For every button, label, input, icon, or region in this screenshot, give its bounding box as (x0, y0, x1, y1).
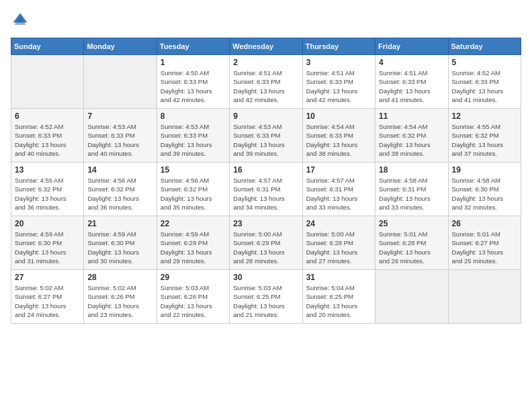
day-cell: 18Sunrise: 4:58 AM Sunset: 6:31 PM Dayli… (375, 163, 448, 216)
header-cell-sunday: Sunday (11, 38, 84, 55)
day-detail: Sunrise: 4:54 AM Sunset: 6:32 PM Dayligh… (379, 122, 444, 158)
day-cell: 13Sunrise: 4:55 AM Sunset: 6:32 PM Dayli… (11, 163, 84, 216)
day-detail: Sunrise: 4:52 AM Sunset: 6:33 PM Dayligh… (452, 68, 517, 104)
calendar-table: SundayMondayTuesdayWednesdayThursdayFrid… (11, 38, 521, 324)
day-detail: Sunrise: 4:55 AM Sunset: 6:32 PM Dayligh… (452, 122, 517, 158)
day-detail: Sunrise: 4:53 AM Sunset: 6:33 PM Dayligh… (233, 122, 298, 158)
day-cell: 24Sunrise: 5:00 AM Sunset: 6:28 PM Dayli… (302, 216, 375, 270)
day-detail: Sunrise: 4:51 AM Sunset: 6:33 PM Dayligh… (233, 68, 298, 104)
day-cell: 27Sunrise: 5:02 AM Sunset: 6:27 PM Dayli… (11, 270, 84, 324)
day-number: 18 (379, 165, 444, 175)
day-number: 2 (233, 58, 298, 67)
day-number: 26 (452, 219, 517, 228)
day-number: 20 (15, 219, 80, 228)
header-cell-friday: Friday (375, 38, 448, 55)
header-row: SundayMondayTuesdayWednesdayThursdayFrid… (11, 38, 521, 55)
day-number: 29 (161, 273, 226, 282)
day-cell: 5Sunrise: 4:52 AM Sunset: 6:33 PM Daylig… (448, 55, 521, 109)
day-cell: 19Sunrise: 4:58 AM Sunset: 6:30 PM Dayli… (448, 163, 521, 216)
day-number: 9 (233, 111, 298, 121)
day-cell: 29Sunrise: 5:03 AM Sunset: 6:26 PM Dayli… (157, 270, 229, 324)
day-number: 1 (161, 58, 226, 67)
day-cell (375, 270, 448, 324)
day-number: 12 (452, 111, 517, 121)
day-cell: 30Sunrise: 5:03 AM Sunset: 6:25 PM Dayli… (230, 270, 302, 324)
day-number: 27 (15, 273, 80, 282)
day-detail: Sunrise: 4:53 AM Sunset: 6:33 PM Dayligh… (161, 122, 226, 158)
day-detail: Sunrise: 5:01 AM Sunset: 6:28 PM Dayligh… (379, 230, 444, 265)
day-number: 8 (161, 111, 226, 121)
day-detail: Sunrise: 4:57 AM Sunset: 6:31 PM Dayligh… (233, 176, 298, 212)
day-cell (448, 270, 521, 324)
day-detail: Sunrise: 4:51 AM Sunset: 6:33 PM Dayligh… (306, 68, 371, 104)
day-detail: Sunrise: 4:51 AM Sunset: 6:33 PM Dayligh… (379, 68, 444, 104)
day-number: 10 (306, 111, 371, 121)
header-cell-tuesday: Tuesday (157, 38, 229, 55)
day-cell: 17Sunrise: 4:57 AM Sunset: 6:31 PM Dayli… (302, 163, 375, 216)
day-detail: Sunrise: 4:54 AM Sunset: 6:33 PM Dayligh… (306, 122, 371, 158)
day-number: 14 (87, 165, 152, 175)
day-number: 28 (87, 273, 152, 282)
day-number: 6 (15, 111, 80, 121)
day-number: 11 (379, 111, 444, 121)
day-number: 25 (379, 219, 444, 228)
day-cell (11, 55, 84, 109)
logo (11, 11, 32, 30)
day-detail: Sunrise: 4:56 AM Sunset: 6:32 PM Dayligh… (161, 176, 226, 212)
day-detail: Sunrise: 4:58 AM Sunset: 6:30 PM Dayligh… (452, 176, 517, 212)
day-number: 19 (452, 165, 517, 175)
day-cell: 9Sunrise: 4:53 AM Sunset: 6:33 PM Daylig… (230, 109, 302, 163)
day-number: 4 (379, 58, 444, 67)
day-number: 3 (306, 58, 371, 67)
day-number: 7 (87, 111, 152, 121)
day-detail: Sunrise: 5:03 AM Sunset: 6:26 PM Dayligh… (161, 283, 226, 319)
day-number: 17 (306, 165, 371, 175)
day-cell: 4Sunrise: 4:51 AM Sunset: 6:33 PM Daylig… (375, 55, 448, 109)
day-cell: 16Sunrise: 4:57 AM Sunset: 6:31 PM Dayli… (230, 163, 302, 216)
day-detail: Sunrise: 5:00 AM Sunset: 6:29 PM Dayligh… (233, 230, 298, 265)
day-detail: Sunrise: 4:55 AM Sunset: 6:32 PM Dayligh… (15, 176, 80, 212)
week-row-1: 1Sunrise: 4:50 AM Sunset: 6:33 PM Daylig… (11, 55, 521, 109)
day-detail: Sunrise: 5:01 AM Sunset: 6:27 PM Dayligh… (452, 230, 517, 265)
calendar-body: 1Sunrise: 4:50 AM Sunset: 6:33 PM Daylig… (11, 55, 521, 324)
header-cell-wednesday: Wednesday (230, 38, 302, 55)
day-cell: 26Sunrise: 5:01 AM Sunset: 6:27 PM Dayli… (448, 216, 521, 270)
day-cell: 1Sunrise: 4:50 AM Sunset: 6:33 PM Daylig… (157, 55, 229, 109)
day-detail: Sunrise: 4:59 AM Sunset: 6:30 PM Dayligh… (15, 230, 80, 265)
day-number: 22 (161, 219, 226, 228)
day-detail: Sunrise: 5:03 AM Sunset: 6:25 PM Dayligh… (233, 283, 298, 319)
day-cell: 31Sunrise: 5:04 AM Sunset: 6:25 PM Dayli… (302, 270, 375, 324)
day-detail: Sunrise: 5:04 AM Sunset: 6:25 PM Dayligh… (306, 283, 371, 319)
day-number: 23 (233, 219, 298, 228)
day-number: 5 (452, 58, 517, 67)
day-cell: 20Sunrise: 4:59 AM Sunset: 6:30 PM Dayli… (11, 216, 84, 270)
day-detail: Sunrise: 4:50 AM Sunset: 6:33 PM Dayligh… (161, 68, 226, 104)
day-cell: 7Sunrise: 4:53 AM Sunset: 6:33 PM Daylig… (84, 109, 157, 163)
day-cell: 22Sunrise: 4:59 AM Sunset: 6:29 PM Dayli… (157, 216, 229, 270)
day-number: 21 (87, 219, 152, 228)
day-number: 15 (161, 165, 226, 175)
day-detail: Sunrise: 4:58 AM Sunset: 6:31 PM Dayligh… (379, 176, 444, 212)
day-number: 30 (233, 273, 298, 282)
day-number: 24 (306, 219, 371, 228)
day-cell: 3Sunrise: 4:51 AM Sunset: 6:33 PM Daylig… (302, 55, 375, 109)
day-cell: 25Sunrise: 5:01 AM Sunset: 6:28 PM Dayli… (375, 216, 448, 270)
header-cell-monday: Monday (84, 38, 157, 55)
week-row-4: 20Sunrise: 4:59 AM Sunset: 6:30 PM Dayli… (11, 216, 521, 270)
header-cell-thursday: Thursday (302, 38, 375, 55)
day-cell: 2Sunrise: 4:51 AM Sunset: 6:33 PM Daylig… (230, 55, 302, 109)
day-cell: 12Sunrise: 4:55 AM Sunset: 6:32 PM Dayli… (448, 109, 521, 163)
day-cell: 14Sunrise: 4:56 AM Sunset: 6:32 PM Dayli… (84, 163, 157, 216)
week-row-2: 6Sunrise: 4:52 AM Sunset: 6:33 PM Daylig… (11, 109, 521, 163)
day-cell: 11Sunrise: 4:54 AM Sunset: 6:32 PM Dayli… (375, 109, 448, 163)
day-detail: Sunrise: 4:56 AM Sunset: 6:32 PM Dayligh… (87, 176, 152, 212)
week-row-3: 13Sunrise: 4:55 AM Sunset: 6:32 PM Dayli… (11, 163, 521, 216)
day-cell: 6Sunrise: 4:52 AM Sunset: 6:33 PM Daylig… (11, 109, 84, 163)
week-row-5: 27Sunrise: 5:02 AM Sunset: 6:27 PM Dayli… (11, 270, 521, 324)
logo-icon (11, 11, 30, 30)
page-header (11, 11, 521, 30)
day-detail: Sunrise: 4:52 AM Sunset: 6:33 PM Dayligh… (15, 122, 80, 158)
day-cell: 15Sunrise: 4:56 AM Sunset: 6:32 PM Dayli… (157, 163, 229, 216)
day-detail: Sunrise: 4:53 AM Sunset: 6:33 PM Dayligh… (87, 122, 152, 158)
day-detail: Sunrise: 4:59 AM Sunset: 6:29 PM Dayligh… (161, 230, 226, 265)
